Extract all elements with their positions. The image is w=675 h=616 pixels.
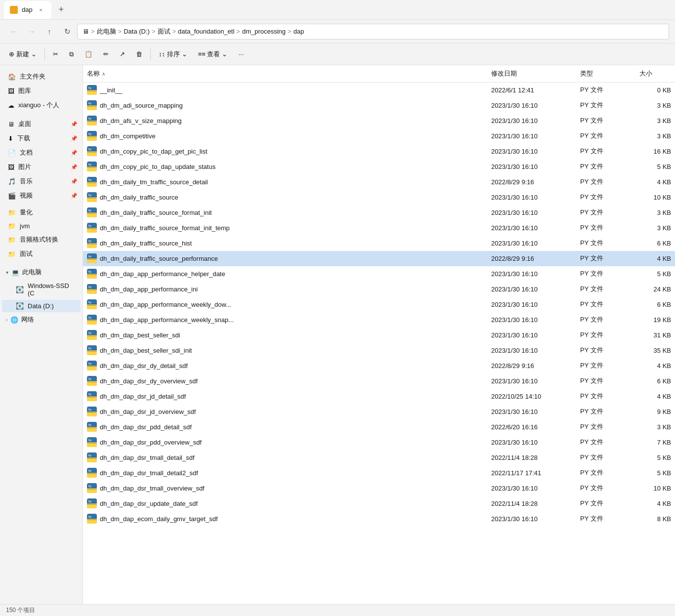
sidebar-item-documents-label: 文档 [20, 148, 33, 157]
py-file-icon: Py [87, 361, 97, 370]
breadcrumb-dap[interactable]: dap [294, 28, 304, 35]
file-type-cell: PY 文件 [576, 266, 635, 281]
sort-button[interactable]: ↕ ↕ 排序 ⌄ [154, 48, 192, 61]
tab-dap[interactable]: dap × [4, 1, 51, 19]
back-button[interactable]: ← [6, 24, 22, 40]
sidebar-item-home[interactable]: 🏠 主文件夹 [2, 70, 81, 83]
table-row[interactable]: Py dh_dm_daily_traffic_source_hist2023/1… [83, 236, 675, 251]
table-row[interactable]: Py dh_dm_daily_traffic_source_performanc… [83, 251, 675, 266]
breadcrumb-computer-icon[interactable]: 🖥 [83, 28, 89, 35]
col-size-header[interactable]: 大小 [635, 67, 675, 80]
sidebar-item-gallery[interactable]: 🖼 图库 [2, 84, 81, 98]
delete-button[interactable]: 🗑 [131, 48, 147, 60]
table-row[interactable]: Py dh_dm_dap_dsr_tmall_overview_sdf2023/… [83, 481, 675, 496]
file-size-cell: 3 KB [635, 220, 675, 235]
table-row[interactable]: Py dh_dm_dap_app_performance_weekly_snap… [83, 312, 675, 328]
table-row[interactable]: Py dh_dm_dap_dsr_jd_overview_sdf2023/1/3… [83, 404, 675, 419]
copy-button[interactable]: ⧉ [64, 48, 79, 60]
sidebar-item-videos[interactable]: 🎬 视频 📌 [2, 189, 81, 203]
more-button[interactable]: ··· [233, 48, 249, 60]
rename-button[interactable]: ✏ [98, 48, 114, 60]
table-row[interactable]: Py dh_dm_daily_tm_traffic_source_detail2… [83, 174, 675, 190]
file-type-cell: PY 文件 [576, 435, 635, 450]
table-row[interactable]: Py __init__2022/6/1 12:41PY 文件0 KB [83, 82, 675, 98]
view-button[interactable]: ≡ ≡ 查看 ⌄ [193, 48, 233, 61]
cut-button[interactable]: ✂ [48, 48, 63, 60]
refresh-button[interactable]: ↻ [59, 24, 75, 40]
tab-close-button[interactable]: × [37, 5, 45, 14]
breadcrumb[interactable]: 🖥 > 此电脑 > Data (D:) > 面试 > data_foundati… [77, 24, 669, 40]
sidebar-group-network[interactable]: › 🌐 网络 [0, 313, 83, 327]
py-file-icon: Py [87, 238, 97, 248]
file-size-cell: 6 KB [635, 373, 675, 388]
sidebar-item-data-d[interactable]: 💽 Data (D:) [2, 300, 81, 312]
videos-icon: 🎬 [8, 192, 16, 200]
sidebar-item-quantify[interactable]: 📁 量化 [2, 205, 81, 219]
svg-text:Py: Py [88, 163, 91, 166]
sidebar-item-interview-label: 面试 [20, 249, 33, 258]
forward-button[interactable]: → [24, 24, 40, 40]
file-name-cell: Py dh_dm_dap_dsr_update_date_sdf [83, 496, 487, 511]
sidebar-item-desktop[interactable]: 🖥 桌面 📌 [2, 117, 81, 131]
new-button[interactable]: ⊕ 新建 ⌄ [4, 48, 42, 61]
sidebar-item-downloads[interactable]: ⬇ 下载 📌 [2, 131, 81, 145]
sidebar-item-windows-ssd[interactable]: 💽 Windows-SSD (C [2, 280, 81, 299]
table-row[interactable]: Py dh_dm_dap_dsr_tmall_detail2_sdf2022/1… [83, 465, 675, 481]
sidebar-item-cloud-label: xianguo - 个人 [18, 101, 59, 110]
table-row[interactable]: Py dh_dm_dap_best_seller_sdi_init2023/1/… [83, 343, 675, 358]
file-name-text: dh_dm_dap_dsr_tmall_detail2_sdf [100, 469, 198, 477]
breadcrumb-data-d[interactable]: Data (D:) [124, 28, 150, 35]
table-row[interactable]: Py dh_dm_dap_app_performance_helper_date… [83, 266, 675, 282]
sidebar-item-music[interactable]: 🎵 音乐 📌 [2, 174, 81, 188]
table-row[interactable]: Py dh_dm_dap_app_performance_ini2023/1/3… [83, 282, 675, 297]
paste-icon: 📋 [84, 50, 92, 58]
sidebar-item-pictures[interactable]: 🖼 图片 📌 [2, 160, 81, 174]
new-tab-button[interactable]: + [53, 2, 69, 18]
sidebar-item-documents[interactable]: 📄 文档 📌 [2, 146, 81, 160]
sidebar-group-this-computer[interactable]: ▾ 💻 此电脑 [0, 265, 83, 279]
table-row[interactable]: Py dh_dm_copy_pic_to_dap_get_pic_list202… [83, 144, 675, 159]
file-date-cell: 2022/8/29 9:16 [487, 251, 576, 266]
breadcrumb-mianshi[interactable]: 面试 [158, 27, 170, 36]
col-type-header[interactable]: 类型 [576, 67, 635, 80]
share-button[interactable]: ↗ [115, 48, 130, 60]
up-button[interactable]: ↑ [42, 24, 57, 40]
table-row[interactable]: Py dh_dm_dap_dsr_pdd_overview_sdf2023/1/… [83, 435, 675, 450]
sidebar-item-audio[interactable]: 📁 音频格式转换 [2, 233, 81, 246]
pin-icon-downloads: 📌 [71, 135, 78, 142]
table-row[interactable]: Py dh_dm_dap_app_performance_weekly_dow.… [83, 297, 675, 312]
table-row[interactable]: Py dh_dm_afs_v_size_mapping2023/1/30 16:… [83, 113, 675, 128]
col-name-header[interactable]: 名称 ∧ [83, 67, 487, 80]
table-row[interactable]: Py dh_dm_dap_dsr_dy_detail_sdf2022/8/29 … [83, 358, 675, 373]
col-date-header[interactable]: 修改日期 [487, 67, 576, 80]
table-row[interactable]: Py dh_dm_dap_best_seller_sdi2023/1/30 16… [83, 328, 675, 343]
table-row[interactable]: Py dh_dm_dap_dsr_pdd_detail_sdf2022/6/20… [83, 419, 675, 435]
file-date-cell: 2023/1/30 16:10 [487, 205, 576, 220]
table-row[interactable]: Py dh_dm_daily_traffic_source2023/1/30 1… [83, 190, 675, 205]
file-date-cell: 2023/1/30 16:10 [487, 144, 576, 159]
table-row[interactable]: Py dh_dm_dap_dsr_tmall_detail_sdf2022/11… [83, 450, 675, 465]
table-row[interactable]: Py dh_dm_competitive2023/1/30 16:10PY 文件… [83, 128, 675, 144]
paste-button[interactable]: 📋 [80, 48, 97, 60]
table-row[interactable]: Py dh_dm_dap_ecom_daily_gmv_target_sdf20… [83, 511, 675, 527]
table-row[interactable]: Py dh_dm_dap_dsr_update_date_sdf2022/11/… [83, 496, 675, 511]
drive-data-icon: 💽 [16, 302, 24, 310]
table-row[interactable]: Py dh_dm_adi_source_mapping2023/1/30 16:… [83, 98, 675, 113]
sidebar-item-cloud[interactable]: ☁ xianguo - 个人 [2, 98, 81, 112]
breadcrumb-this-computer[interactable]: 此电脑 [97, 27, 116, 36]
table-row[interactable]: Py dh_dm_dap_dsr_dy_overview_sdf2023/1/3… [83, 373, 675, 389]
breadcrumb-dm-processing[interactable]: dm_processing [242, 28, 286, 35]
table-row[interactable]: Py dh_dm_dap_dsr_jd_detail_sdf2022/10/25… [83, 389, 675, 404]
table-row[interactable]: Py dh_dm_daily_traffic_source_format_ini… [83, 220, 675, 236]
table-row[interactable]: Py dh_dm_daily_traffic_source_format_ini… [83, 205, 675, 220]
sidebar-item-interview[interactable]: 📁 面试 [2, 247, 81, 261]
sidebar-item-pictures-label: 图片 [18, 163, 31, 171]
py-file-icon: Py [87, 376, 97, 386]
item-count: 150 个项目 [6, 606, 35, 615]
sidebar-item-jvm[interactable]: 📁 jvm [2, 220, 81, 232]
file-name-cell: Py dh_dm_daily_traffic_source_format_ini… [83, 205, 487, 220]
table-row[interactable]: Py dh_dm_copy_pic_to_dap_update_status20… [83, 159, 675, 174]
file-name-cell: Py dh_dm_dap_dsr_dy_detail_sdf [83, 358, 487, 373]
file-type-cell: PY 文件 [576, 144, 635, 159]
breadcrumb-data-foundation[interactable]: data_foundation_etl [178, 28, 234, 35]
